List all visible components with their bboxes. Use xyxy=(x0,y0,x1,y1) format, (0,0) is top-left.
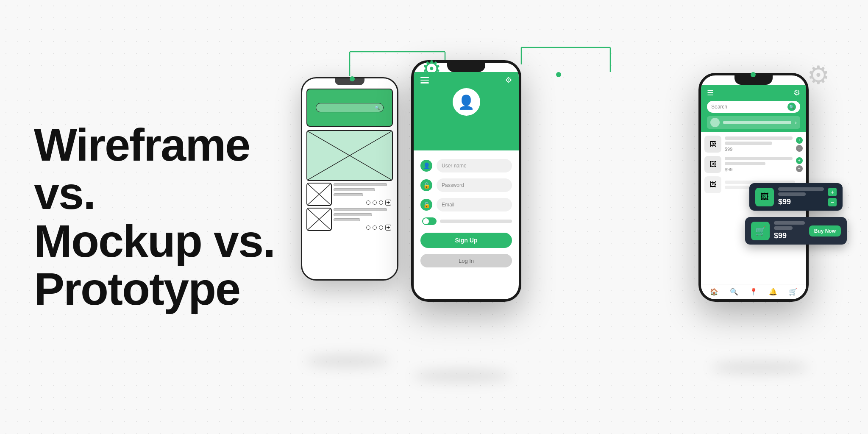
user-icon: 👤 xyxy=(420,160,432,172)
wireframe-shadow xyxy=(305,355,390,367)
password-field[interactable]: Password xyxy=(437,178,512,192)
proto-item-line xyxy=(725,142,772,145)
email-row: 🔒 Email xyxy=(420,198,512,211)
wf-plus-icon: + xyxy=(385,225,391,231)
proto-item-thumb-1: 🖼 xyxy=(704,136,721,153)
gear-icon-gray: ⚙ xyxy=(807,60,830,90)
proto-item-thumb-2: 🖼 xyxy=(704,156,721,173)
gear-icon-green: ⚙ xyxy=(422,56,442,81)
page-title: Wireframe vs. Mockup vs. Prototype xyxy=(34,121,280,313)
wf-line xyxy=(334,183,387,186)
mockup-notch xyxy=(447,63,485,72)
buy-now-button[interactable]: Buy Now xyxy=(809,225,841,236)
wf-line xyxy=(334,188,375,191)
proto-gear-icon[interactable]: ⚙ xyxy=(793,88,800,97)
proto-item-thumb-3: 🖼 xyxy=(704,176,721,193)
wf-small-img-1 xyxy=(306,183,332,206)
toggle-row xyxy=(420,217,512,225)
wf-line xyxy=(334,193,363,196)
title-line-1: Wireframe vs. xyxy=(34,119,250,218)
proto-search-icon: 🔍 xyxy=(787,103,796,111)
proto-header: ☰ ⚙ Search 🔍 › xyxy=(701,85,806,132)
login-button[interactable]: Log In xyxy=(420,254,512,267)
proto-nav-item[interactable]: › xyxy=(707,116,800,129)
signup-button[interactable]: Sign Up xyxy=(420,233,512,248)
wf-dot xyxy=(379,225,383,230)
mockup-phone: ⚙ 👤 👤 User name xyxy=(411,60,521,302)
proto-item-line xyxy=(725,157,793,160)
proto-item-controls-1: + − xyxy=(796,137,803,152)
card-1-thumb: 🖼 xyxy=(755,188,774,206)
username-field[interactable]: User name xyxy=(437,159,512,172)
wf-small-img-2 xyxy=(306,208,332,231)
proto-item-2: 🖼 $99 + − xyxy=(704,156,803,173)
proto-add-btn[interactable]: + xyxy=(796,137,803,144)
proto-item-1: 🖼 $99 + − xyxy=(704,136,803,153)
proto-remove-btn[interactable]: − xyxy=(796,145,803,152)
product-card-1: 🖼 $99 + − xyxy=(749,183,843,211)
wf-row-2: + xyxy=(306,208,393,231)
wf-main-image xyxy=(306,130,393,181)
proto-nav-text xyxy=(723,121,791,124)
email-icon-symbol: 🔒 xyxy=(423,201,430,208)
toggle-switch[interactable] xyxy=(422,217,437,225)
signup-label: Sign Up xyxy=(455,237,478,244)
wf-cross-svg xyxy=(307,131,392,180)
lock-icon: 🔒 xyxy=(420,179,432,191)
proto-remove-btn-2[interactable]: − xyxy=(796,165,803,172)
avatar-icon: 👤 xyxy=(458,94,475,110)
illustration-area: ⚙ ⚙ 🔍 xyxy=(280,26,834,408)
connector-dot-2 xyxy=(467,76,472,81)
mockup-body: 👤 User name 🔒 Password xyxy=(414,150,519,276)
mockup-shadow xyxy=(413,370,511,382)
card-1-info: $99 xyxy=(778,187,824,206)
proto-item-line xyxy=(725,162,765,165)
wf-dots-row-2: + xyxy=(334,225,393,231)
card-2-price: $99 xyxy=(774,231,805,240)
card-1-minus-button[interactable]: − xyxy=(828,198,837,206)
proto-search-nav-icon[interactable]: 🔍 xyxy=(730,288,738,296)
proto-top-row: ☰ ⚙ xyxy=(707,88,800,97)
proto-item-lines-2: $99 xyxy=(725,157,793,172)
wf-dot xyxy=(379,200,383,205)
card-1-price: $99 xyxy=(778,198,824,206)
proto-search-bar[interactable]: Search 🔍 xyxy=(707,101,800,113)
proto-location-icon[interactable]: 📍 xyxy=(749,288,758,296)
card-1-plus-button[interactable]: + xyxy=(828,188,837,196)
proto-nav-dot xyxy=(710,118,720,127)
settings-icon[interactable]: ⚙ xyxy=(505,75,512,85)
proto-cart-icon[interactable]: 🛒 xyxy=(789,288,797,296)
wf-search-bar: 🔍 xyxy=(316,103,384,112)
wf-plus-icon: + xyxy=(385,200,391,206)
proto-bell-icon[interactable]: 🔔 xyxy=(769,288,777,296)
card-info-line xyxy=(774,226,793,230)
wf-search-icon: 🔍 xyxy=(375,106,380,110)
mockup-header: ⚙ 👤 xyxy=(414,72,519,150)
wf-dot xyxy=(373,225,377,230)
wf-dot xyxy=(366,200,370,205)
left-text-block: Wireframe vs. Mockup vs. Prototype xyxy=(34,121,280,313)
card-2-thumb: 🛒 xyxy=(751,222,770,240)
wf-text-lines-1: + xyxy=(334,183,393,206)
email-field[interactable]: Email xyxy=(437,198,512,211)
title-line-3: Prototype xyxy=(34,263,240,314)
card-info-line xyxy=(778,192,806,196)
title-line-2: Mockup vs. xyxy=(34,215,275,267)
card-info-line xyxy=(774,221,805,225)
proto-add-btn-2[interactable]: + xyxy=(796,157,803,164)
proto-bottom-nav: 🏠 🔍 📍 🔔 🛒 xyxy=(701,284,806,299)
wf-dots-row-1: + xyxy=(334,200,393,206)
proto-item-lines-1: $99 xyxy=(725,136,793,152)
wf-dot xyxy=(373,200,377,205)
proto-item-controls-2: + − xyxy=(796,157,803,172)
proto-hamburger-icon[interactable]: ☰ xyxy=(707,88,714,97)
user-icon-symbol: 👤 xyxy=(423,162,430,169)
proto-home-icon[interactable]: 🏠 xyxy=(710,288,718,296)
connector-dot-3 xyxy=(556,72,561,77)
wf-line xyxy=(334,208,387,211)
card-info-line xyxy=(778,187,824,191)
product-card-2: 🛒 $99 Buy Now xyxy=(745,217,847,245)
email-icon: 🔒 xyxy=(420,199,432,211)
wf-line xyxy=(334,218,360,221)
wf-row-1: + xyxy=(306,183,393,206)
